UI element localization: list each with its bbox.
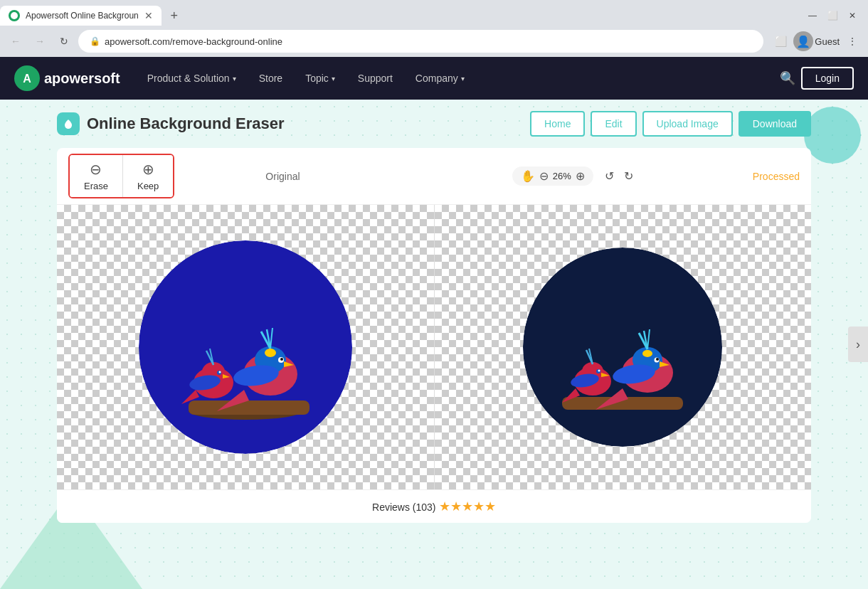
erase-label: Erase [84,181,108,191]
svg-point-3 [139,240,352,454]
search-button[interactable]: 🔍 [774,65,801,92]
window-controls: — ⬜ ✕ [803,9,868,23]
keep-label: Keep [137,181,159,191]
extensions-button[interactable]: ⬜ [771,31,790,51]
tool-actions: Home Edit Upload Image Download [530,111,811,137]
reviews-bar: Reviews (103) ★★★★★ [57,489,811,523]
nav-store-label: Store [259,73,282,84]
lock-icon: 🔒 [90,36,100,46]
keep-button[interactable]: ⊕ Keep [123,155,173,197]
upload-image-button[interactable]: Upload Image [642,111,733,137]
tool-area: Online Background Eraser Home Edit Uploa… [43,100,825,534]
back-button[interactable]: ← [6,31,26,51]
chevron-down-icon: ▾ [233,75,236,83]
original-image-panel [57,205,435,489]
svg-point-19 [280,358,283,361]
processed-image-panel [435,205,812,489]
tool-logo-icon [57,112,80,135]
logo-text: apowersoft [44,70,120,87]
tab-title: Apowersoft Online Backgroun [26,11,139,21]
home-button[interactable]: Home [530,111,585,137]
browser-chrome: Apowersoft Online Backgroun ✕ + — ⬜ ✕ ← … [0,0,868,57]
edit-button[interactable]: Edit [591,111,636,137]
active-tab[interactable]: Apowersoft Online Backgroun ✕ [0,6,162,26]
tab-bar: Apowersoft Online Backgroun ✕ + — ⬜ ✕ [0,0,868,26]
maximize-button[interactable]: ⬜ [822,9,842,23]
editor-area: ⊖ Erase ⊕ Keep Original ✋ ⊖ 26% ⊕ ↺ ↻ [57,148,811,523]
svg-text:A: A [23,73,31,85]
erase-button[interactable]: ⊖ Erase [70,155,123,197]
zoom-in-button[interactable]: ⊕ [576,169,585,183]
svg-point-32 [598,370,600,372]
logo-area[interactable]: A apowersoft [14,65,120,91]
reviews-text: Reviews (103) [372,502,435,513]
address-text: apowersoft.com/remove-background-online [105,36,282,47]
svg-point-0 [11,12,18,19]
star-ratings: ★★★★★ [439,499,496,514]
processed-label: Processed [753,171,800,182]
pan-tool-icon[interactable]: ✋ [521,169,535,183]
svg-point-10 [218,371,221,373]
nav-support[interactable]: Support [348,67,403,90]
minimize-button[interactable]: — [803,9,822,23]
svg-rect-5 [189,400,309,415]
nav-product-solution-label: Product & Solution [147,73,230,84]
svg-point-26 [523,248,722,447]
tool-header: Online Background Eraser Home Edit Uploa… [57,111,811,137]
svg-point-25 [265,349,276,357]
main-content: › Online Background Eraser Home Edit Upl… [0,100,868,589]
undo-button[interactable]: ↺ [605,169,614,183]
original-label: Original [265,171,300,182]
expand-arrow-button[interactable]: › [848,327,868,362]
keep-icon: ⊕ [142,161,154,178]
nav-store[interactable]: Store [249,67,292,90]
address-bar-row: ← → ↻ 🔒 apowersoft.com/remove-background… [0,26,868,57]
reload-button[interactable]: ↻ [54,31,74,51]
profile-button[interactable]: 👤 Guest [793,31,840,51]
redo-button[interactable]: ↻ [624,169,633,183]
profile-icon: 👤 [793,31,813,51]
download-button[interactable]: Download [739,111,811,137]
nav-support-label: Support [358,73,393,84]
tool-title-area: Online Background Eraser [57,112,285,135]
browser-actions: ⬜ 👤 Guest ⋮ [771,31,862,51]
bird-svg-left [139,240,352,454]
zoom-level: 26% [553,171,571,181]
zoom-controls: ✋ ⊖ 26% ⊕ [512,166,593,186]
erase-icon: ⊖ [90,161,102,178]
bird-image-original [139,240,352,454]
tab-close-button[interactable]: ✕ [144,10,153,21]
svg-point-41 [656,358,659,361]
logo-icon: A [14,65,40,91]
new-tab-button[interactable]: + [164,6,184,26]
tab-favicon [9,10,20,21]
nav-product-solution[interactable]: Product & Solution ▾ [137,67,246,90]
chevron-down-icon-2: ▾ [332,75,335,83]
nav-topic-label: Topic [305,73,329,84]
login-button[interactable]: Login [801,67,854,90]
nav-topic[interactable]: Topic ▾ [295,67,345,90]
erase-keep-panel: ⊖ Erase ⊕ Keep [68,154,174,198]
svg-point-47 [642,350,652,357]
zoom-out-button[interactable]: ⊖ [539,169,549,183]
nav-links: Product & Solution ▾ Store Topic ▾ Suppo… [137,67,774,90]
site-navbar: A apowersoft Product & Solution ▾ Store … [0,57,868,100]
editor-toolbar: ⊖ Erase ⊕ Keep Original ✋ ⊖ 26% ⊕ ↺ ↻ [57,148,811,205]
tool-title: Online Background Eraser [87,115,285,133]
forward-button[interactable]: → [30,31,50,51]
chevron-down-icon-3: ▾ [461,75,465,83]
images-row [57,205,811,489]
close-button[interactable]: ✕ [842,9,862,23]
menu-button[interactable]: ⋮ [842,31,862,51]
nav-company-label: Company [416,73,458,84]
bird-svg-right [523,248,722,447]
guest-label: Guest [815,36,840,47]
nav-company[interactable]: Company ▾ [406,67,475,90]
bird-image-processed [523,248,722,447]
address-input[interactable]: 🔒 apowersoft.com/remove-background-onlin… [78,30,763,53]
